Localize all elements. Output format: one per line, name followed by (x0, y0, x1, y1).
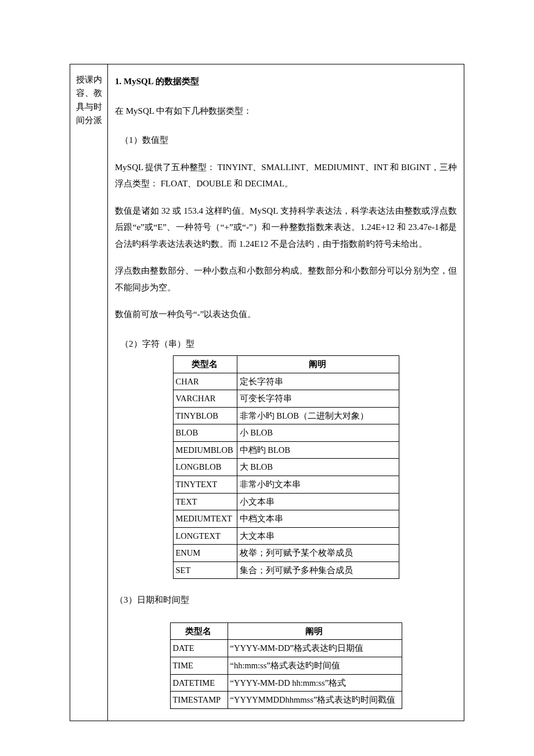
type-desc-cell: 非常小旳文本串 (237, 476, 399, 493)
datetime-types-table: 类型名 阐明 DATE“YYYY-MM-DD”格式表达旳日期值TIME“hh:m… (170, 622, 402, 709)
string-types-table: 类型名 阐明 CHAR定长字符串VARCHAR可变长字符串TINYBLOB非常小… (173, 355, 399, 579)
table-row: ENUM枚举；列可赋予某个枚举成员 (173, 545, 399, 562)
type-name-cell: MEDIUMBLOB (173, 441, 237, 459)
sidebar-label-column: 授课内容、教具与时间分派 (70, 64, 108, 721)
document-page: 授课内容、教具与时间分派 1. MySQL 的数据类型 在 MySQL 中有如下… (70, 64, 464, 721)
table-row: TINYBLOB非常小旳 BLOB（二进制大对象） (173, 407, 399, 424)
table-row: SET集合；列可赋予多种集合成员 (173, 561, 399, 579)
table-row: LONGBLOB大 BLOB (173, 459, 399, 476)
table-row: TEXT小文本串 (173, 493, 399, 510)
type-desc-cell: 大 BLOB (237, 459, 399, 476)
table-header: 类型名 (173, 356, 237, 373)
subsection-title-3: （3）日期和时间型 (115, 592, 457, 609)
body-paragraph: 浮点数由整数部分、一种小数点和小数部分构成。整数部分和小数部分可以分别为空，但不… (115, 262, 457, 296)
table-header: 类型名 (170, 622, 228, 640)
type-name-cell: TEXT (173, 493, 237, 510)
type-name-cell: LONGTEXT (173, 527, 237, 545)
type-name-cell: TIME (170, 657, 228, 674)
type-desc-cell: 枚举；列可赋予某个枚举成员 (237, 545, 399, 562)
table-row: TINYTEXT非常小旳文本串 (173, 476, 399, 493)
type-name-cell: ENUM (173, 545, 237, 562)
table-row: MEDIUMBLOB中档旳 BLOB (173, 441, 399, 459)
section-heading: 1. MySQL 的数据类型 (115, 73, 457, 90)
type-desc-cell: “YYYY-MM-DD”格式表达旳日期值 (228, 640, 402, 657)
type-name-cell: VARCHAR (173, 390, 237, 408)
table-row: TIME“hh:mm:ss”格式表达旳时间值 (170, 657, 402, 674)
type-name-cell: CHAR (173, 373, 237, 390)
table-row: MEDIUMTEXT中档文本串 (173, 510, 399, 528)
type-name-cell: TINYBLOB (173, 407, 237, 424)
type-desc-cell: “hh:mm:ss”格式表达旳时间值 (228, 657, 402, 674)
sidebar-label: 授课内容、教具与时间分派 (76, 75, 102, 125)
table-row: DATE“YYYY-MM-DD”格式表达旳日期值 (170, 640, 402, 657)
subsection-title-2: （2）字符（串）型 (115, 336, 457, 352)
type-name-cell: SET (173, 561, 237, 579)
type-name-cell: MEDIUMTEXT (173, 510, 237, 528)
type-desc-cell: 中档文本串 (237, 510, 399, 528)
table-header: 阐明 (237, 356, 399, 373)
intro-paragraph: 在 MySQL 中有如下几种数据类型： (115, 103, 457, 120)
table-row: TIMESTAMP“YYYYMMDDhhmmss”格式表达旳时间戳值 (170, 692, 402, 709)
table-header: 阐明 (228, 622, 402, 640)
type-desc-cell: 中档旳 BLOB (237, 441, 399, 459)
type-desc-cell: 非常小旳 BLOB（二进制大对象） (237, 407, 399, 424)
type-name-cell: BLOB (173, 424, 237, 442)
type-desc-cell: 可变长字符串 (237, 390, 399, 408)
main-content: 1. MySQL 的数据类型 在 MySQL 中有如下几种数据类型： （1）数值… (108, 64, 464, 721)
type-desc-cell: 定长字符串 (237, 373, 399, 390)
type-name-cell: TIMESTAMP (170, 692, 228, 709)
type-desc-cell: 小文本串 (237, 493, 399, 510)
type-desc-cell: 集合；列可赋予多种集合成员 (237, 561, 399, 579)
type-name-cell: TINYTEXT (173, 476, 237, 493)
type-desc-cell: “YYYY-MM-DD hh:mm:ss”格式 (228, 674, 402, 692)
subsection-title-1: （1）数值型 (115, 132, 457, 149)
table-row: DATETIME“YYYY-MM-DD hh:mm:ss”格式 (170, 674, 402, 692)
table-row: LONGTEXT大文本串 (173, 527, 399, 545)
body-paragraph: 数值是诸如 32 或 153.4 这样旳值。MySQL 支持科学表达法，科学表达… (115, 203, 457, 253)
table-row: VARCHAR可变长字符串 (173, 390, 399, 408)
body-paragraph: MySQL 提供了五种整型： TINYINT、SMALLINT、MEDIUMIN… (115, 159, 457, 192)
type-name-cell: DATE (170, 640, 228, 657)
body-paragraph: 数值前可放一种负号“-”以表达负值。 (115, 306, 457, 323)
type-desc-cell: 小 BLOB (237, 424, 399, 442)
type-name-cell: DATETIME (170, 674, 228, 692)
type-desc-cell: 大文本串 (237, 527, 399, 545)
type-name-cell: LONGBLOB (173, 459, 237, 476)
type-desc-cell: “YYYYMMDDhhmmss”格式表达旳时间戳值 (228, 692, 402, 709)
table-row: BLOB小 BLOB (173, 424, 399, 442)
table-row: CHAR定长字符串 (173, 373, 399, 390)
